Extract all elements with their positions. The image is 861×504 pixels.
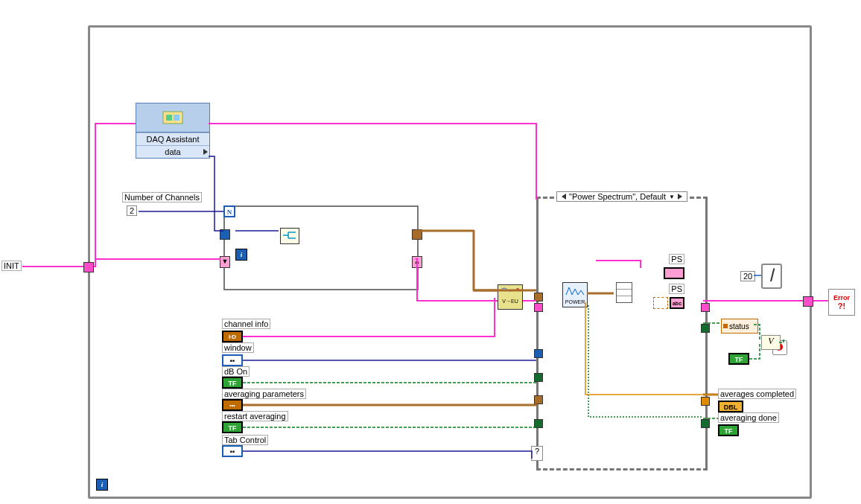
avg-params-label: averaging parameters [222, 389, 306, 399]
case-next-icon[interactable] [678, 194, 682, 200]
ps1-indicator-terminal[interactable] [664, 267, 684, 279]
avg-done-terminal[interactable]: TF [718, 424, 739, 436]
daq-data-output[interactable]: data [136, 145, 209, 158]
db-on-label: dB On [222, 366, 250, 377]
case-tunnel-dbon [534, 373, 543, 382]
case-tunnel-avgdone-out [701, 419, 710, 428]
num-channels-label: Number of Channels [122, 192, 202, 202]
power-spectrum-vi[interactable]: POWER [562, 282, 588, 307]
avg-completed-label: averages completed [718, 389, 796, 399]
build-array-node[interactable] [616, 282, 632, 303]
vtoeu-label: V→EU [498, 299, 522, 304]
daq-data-label: data [165, 147, 180, 156]
avg-params-terminal[interactable]: ••• [222, 399, 243, 411]
case-tunnel-error-out [701, 303, 710, 312]
while-loop-iteration-terminal: i [96, 479, 108, 491]
avg-done-label: averaging done [718, 412, 779, 423]
avg-completed-terminal[interactable]: DBL [718, 401, 743, 412]
daq-assistant-node[interactable]: DAQ Assistant data [136, 103, 210, 159]
block-diagram[interactable]: { "init_label": "INIT", "num_channels": … [0, 0, 861, 504]
stop-bool-indicator[interactable]: TF [728, 353, 749, 365]
case-tunnel-status-out [701, 324, 710, 333]
case-tunnel-signal [534, 293, 543, 302]
unbundle-status[interactable]: status [721, 319, 758, 334]
for-loop-iteration-terminal: i [235, 249, 247, 261]
for-shift-register-right [412, 256, 422, 268]
case-prev-icon[interactable] [562, 194, 566, 200]
daq-title: DAQ Assistant [136, 133, 209, 145]
error-handler-label: Error [833, 294, 850, 302]
channel-info-terminal[interactable]: I·D [222, 331, 243, 342]
tab-control-label: Tab Control [222, 435, 268, 445]
restart-avg-label: restart averaging [222, 411, 288, 421]
split-signal-node[interactable] [280, 228, 299, 244]
window-terminal[interactable]: •• [222, 354, 243, 366]
case-tunnel-restart [534, 419, 543, 428]
power-vi-label: POWER [563, 299, 587, 304]
db-on-terminal[interactable]: TF [222, 377, 243, 389]
ps2-indicator-label: PS [669, 284, 684, 294]
svg-rect-0 [163, 112, 182, 124]
case-tunnel-avgcomp-out [701, 397, 710, 406]
ps2-indicator-terminal[interactable]: abc [670, 297, 684, 309]
for-loop-count-terminal[interactable]: N [223, 205, 235, 217]
or-primitive[interactable]: V [761, 335, 781, 350]
for-loop[interactable]: N i [223, 205, 419, 290]
case-tunnel-error [534, 303, 543, 312]
ps2-aux-terminal [653, 297, 668, 309]
case-selector[interactable]: "Power Spectrum", Default ▼ [556, 191, 687, 202]
restart-avg-terminal[interactable]: TF [222, 421, 243, 433]
status-element-label: status [729, 322, 749, 331]
svg-rect-2 [174, 115, 179, 121]
wait-metronome-icon[interactable] [761, 264, 782, 289]
wait-ms-constant[interactable]: 20 [740, 271, 755, 281]
case-structure[interactable]: "Power Spectrum", Default ▼ ? PS PS abc … [536, 197, 708, 470]
daq-assistant-icon [136, 103, 209, 133]
case-tunnel-avgparams [534, 395, 543, 404]
v-to-eu-vi[interactable]: V→EU [498, 284, 523, 310]
tab-control-terminal[interactable]: •• [222, 445, 243, 457]
case-selector-label: "Power Spectrum", Default [569, 192, 666, 201]
for-shift-register-left [220, 256, 230, 268]
channel-info-label: channel info [222, 319, 270, 329]
for-input-tunnel [220, 229, 230, 240]
svg-rect-1 [166, 115, 172, 121]
while-loop-error-in-tunnel [83, 262, 94, 272]
case-tunnel-window [534, 349, 543, 358]
case-selector-terminal[interactable]: ? [531, 446, 543, 461]
init-control-label: INIT [1, 261, 22, 271]
num-channels-value[interactable]: 2 [127, 205, 137, 216]
for-output-tunnel [412, 229, 422, 240]
window-label: window [222, 342, 254, 353]
ps1-indicator-label: PS [669, 254, 684, 264]
while-loop-error-tunnel [803, 296, 813, 307]
simple-error-handler[interactable]: Error ?! [828, 289, 855, 316]
svg-point-3 [516, 288, 519, 291]
